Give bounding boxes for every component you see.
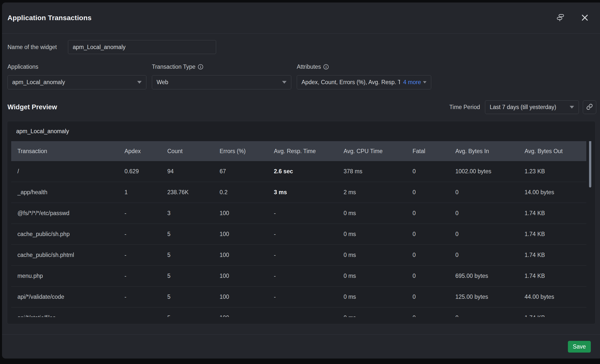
table-cell: 44.00 bytes bbox=[525, 294, 586, 300]
table-cell: 0 bbox=[455, 314, 525, 317]
transaction-type-label: Transaction Type i bbox=[152, 63, 291, 70]
table-cell: 0 ms bbox=[344, 294, 413, 300]
table-cell: - bbox=[274, 294, 344, 300]
widget-layout-icon bbox=[556, 13, 565, 23]
application-transactions-dialog: Application Transactions bbox=[2, 2, 600, 359]
info-icon[interactable]: i bbox=[198, 64, 203, 69]
copy-link-button[interactable] bbox=[583, 100, 596, 114]
applications-label: Applications bbox=[7, 63, 146, 70]
dialog-header: Application Transactions bbox=[2, 2, 600, 34]
table-cell: 0.629 bbox=[124, 168, 167, 175]
table-cell: 1.74 KB bbox=[525, 252, 586, 258]
attributes-select[interactable]: Apdex, Count, Errors (%), Avg. Resp. Ti.… bbox=[297, 75, 431, 89]
attributes-more-link[interactable]: 4 more bbox=[403, 79, 421, 86]
table-cell: - bbox=[124, 314, 167, 317]
table-cell: 5 bbox=[167, 294, 220, 300]
widget-name-label: Name of the widget bbox=[7, 44, 68, 51]
table-row[interactable]: menu.php-5100-0 ms0695.00 bytes1.74 KB bbox=[11, 266, 586, 287]
table-header-row: TransactionApdexCountErrors (%)Avg. Resp… bbox=[11, 141, 586, 161]
column-header[interactable]: Avg. Resp. Time bbox=[274, 148, 344, 155]
column-header[interactable]: Avg. CPU Time bbox=[344, 148, 413, 155]
table-cell: 0 ms bbox=[344, 210, 413, 217]
column-header[interactable]: Avg. Bytes In bbox=[455, 148, 525, 155]
table-cell: / bbox=[11, 168, 124, 175]
table-cell: cache_public/sh.php bbox=[11, 231, 124, 238]
table-cell: @fs/*/*/*/etc/passwd bbox=[11, 210, 124, 217]
table-cell: 0 bbox=[413, 210, 455, 217]
table-cell: - bbox=[274, 314, 344, 317]
table-cell: - bbox=[124, 252, 167, 258]
table-row[interactable]: api/*/static/files-5100-0 ms001.74 KB bbox=[11, 307, 586, 317]
table-cell: 0 bbox=[455, 210, 525, 217]
close-icon bbox=[581, 14, 589, 22]
info-icon[interactable]: i bbox=[323, 64, 329, 69]
column-header[interactable]: Avg. Bytes Out bbox=[525, 148, 586, 155]
table-cell: 378 ms bbox=[344, 168, 413, 175]
table-cell: 100 bbox=[220, 294, 274, 300]
table-cell: 695.00 bytes bbox=[455, 273, 525, 279]
table-cell: 0.2 bbox=[220, 189, 274, 196]
save-button[interactable]: Save bbox=[568, 341, 591, 353]
table-row[interactable]: api/*/validate/code-5100-0 ms0125.00 byt… bbox=[11, 287, 586, 307]
table-cell: 0 ms bbox=[344, 273, 413, 279]
table-cell: 0 bbox=[413, 231, 455, 238]
table-cell: - bbox=[274, 210, 344, 217]
table-cell: 2.6 sec bbox=[274, 168, 344, 175]
column-header[interactable]: Apdex bbox=[124, 148, 167, 155]
widget-name-input[interactable] bbox=[68, 40, 216, 54]
column-header[interactable]: Transaction bbox=[11, 148, 124, 155]
table-row[interactable]: @fs/*/*/*/etc/passwd-3100-0 ms001.74 KB bbox=[11, 203, 586, 224]
table-cell: menu.php bbox=[11, 273, 124, 279]
table-cell: 0 ms bbox=[344, 231, 413, 238]
widget-name-row: Name of the widget bbox=[7, 40, 595, 54]
chevron-down-icon bbox=[423, 81, 426, 83]
widget-layout-button[interactable] bbox=[555, 12, 566, 24]
time-period-value: Last 7 days (till yesterday) bbox=[490, 104, 556, 111]
vertical-scrollbar[interactable] bbox=[589, 141, 591, 187]
table-cell: 0 bbox=[413, 273, 455, 279]
time-period-select[interactable]: Last 7 days (till yesterday) bbox=[485, 100, 579, 114]
attributes-group: Attributes i Apdex, Count, Errors (%), A… bbox=[297, 63, 431, 89]
table-cell: 0 ms bbox=[344, 252, 413, 258]
table-row[interactable]: cache_public/sh.phtml-5100-0 ms001.74 KB bbox=[11, 245, 586, 266]
table-cell: 1.74 KB bbox=[525, 314, 586, 317]
table-cell: 100 bbox=[220, 314, 274, 317]
applications-group: Applications apm_Local_anomaly bbox=[7, 63, 146, 89]
chevron-down-icon bbox=[137, 81, 142, 84]
table-cell: 100 bbox=[220, 210, 274, 217]
table-cell: 0 bbox=[455, 252, 525, 258]
table-cell: 1.74 KB bbox=[525, 231, 586, 238]
table-cell: 1.23 KB bbox=[525, 168, 586, 175]
transaction-type-select[interactable]: Web bbox=[152, 75, 291, 89]
table-cell: 1 bbox=[124, 189, 167, 196]
table-cell: 1.74 KB bbox=[525, 273, 586, 279]
table-row[interactable]: cache_public/sh.php-5100-0 ms001.74 KB bbox=[11, 224, 586, 245]
table-cell: 100 bbox=[220, 273, 274, 279]
table-cell: cache_public/sh.phtml bbox=[11, 252, 124, 258]
time-period-cluster: Time Period Last 7 days (till yesterday) bbox=[449, 100, 596, 114]
table-row[interactable]: _app/health1238.76K0.23 ms2 ms0014.00 by… bbox=[11, 182, 586, 203]
table-cell: 14.00 bytes bbox=[525, 189, 586, 196]
column-header[interactable]: Count bbox=[167, 148, 220, 155]
chevron-down-icon bbox=[570, 106, 574, 109]
link-icon bbox=[586, 103, 593, 111]
table-cell: - bbox=[274, 252, 344, 258]
table-cell: - bbox=[124, 273, 167, 279]
table-cell: - bbox=[124, 231, 167, 238]
table-row[interactable]: /0.62994672.6 sec378 ms01002.00 bytes1.2… bbox=[11, 161, 586, 182]
close-button[interactable] bbox=[580, 13, 590, 23]
selects-row: Applications apm_Local_anomaly Transacti… bbox=[7, 63, 595, 89]
table-cell: 0 bbox=[413, 168, 455, 175]
applications-select[interactable]: apm_Local_anomaly bbox=[7, 75, 146, 89]
column-header[interactable]: Fatal bbox=[413, 148, 455, 155]
column-header[interactable]: Errors (%) bbox=[220, 148, 274, 155]
preview-section-header: Widget Preview Time Period Last 7 days (… bbox=[7, 100, 596, 114]
table-cell: 0 bbox=[455, 231, 525, 238]
dialog-title: Application Transactions bbox=[7, 14, 92, 22]
time-period-label: Time Period bbox=[449, 104, 480, 111]
table-cell: 67 bbox=[220, 168, 274, 175]
table-cell: - bbox=[124, 294, 167, 300]
table-cell: 5 bbox=[167, 273, 220, 279]
attributes-value: Apdex, Count, Errors (%), Avg. Resp. Ti.… bbox=[301, 79, 400, 86]
table-cell: 5 bbox=[167, 314, 220, 317]
